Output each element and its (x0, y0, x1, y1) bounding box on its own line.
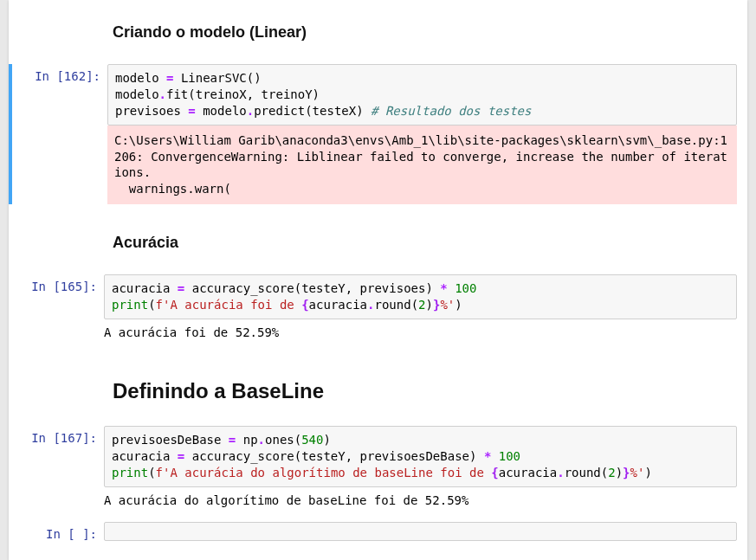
stdout-output: A acurácia do algorítimo de baseLine foi… (104, 487, 737, 514)
input-prompt: In [167]: (9, 426, 104, 445)
heading-definindo-baseline: Definindo a BaseLine (113, 379, 737, 403)
input-prompt: In [ ]: (9, 522, 104, 541)
code-cell-167[interactable]: In [167]: previsoesDeBase = np.ones(540)… (9, 424, 747, 516)
stdout-output: A acurácia foi de 52.59% (104, 319, 737, 346)
input-prompt: In [165]: (9, 274, 104, 293)
markdown-cell[interactable]: Criando o modelo (Linear) (9, 13, 747, 62)
code-input[interactable] (104, 522, 737, 541)
stderr-output: C:\Users\William Garib\anaconda3\envs\Am… (107, 126, 737, 205)
notebook-container: Criando o modelo (Linear) In [162]: mode… (9, 0, 747, 560)
heading-criando-modelo: Criando o modelo (Linear) (113, 23, 737, 42)
markdown-cell[interactable]: Definindo a BaseLine (9, 362, 747, 424)
heading-acuracia: Acurácia (113, 234, 737, 252)
markdown-cell[interactable]: Acurácia (9, 223, 747, 273)
code-cell-165[interactable]: In [165]: acuracia = accuracy_score(test… (9, 273, 747, 348)
code-input[interactable]: modelo = LinearSVC() modelo.fit(treinoX,… (107, 64, 737, 126)
input-prompt: In [162]: (12, 64, 107, 83)
code-input[interactable]: previsoesDeBase = np.ones(540) acuracia … (104, 426, 737, 487)
code-input[interactable]: acuracia = accuracy_score(testeY, previs… (104, 274, 737, 319)
code-cell-162[interactable]: In [162]: modelo = LinearSVC() modelo.fi… (9, 62, 747, 206)
code-cell-empty[interactable]: In [ ]: (9, 520, 747, 543)
